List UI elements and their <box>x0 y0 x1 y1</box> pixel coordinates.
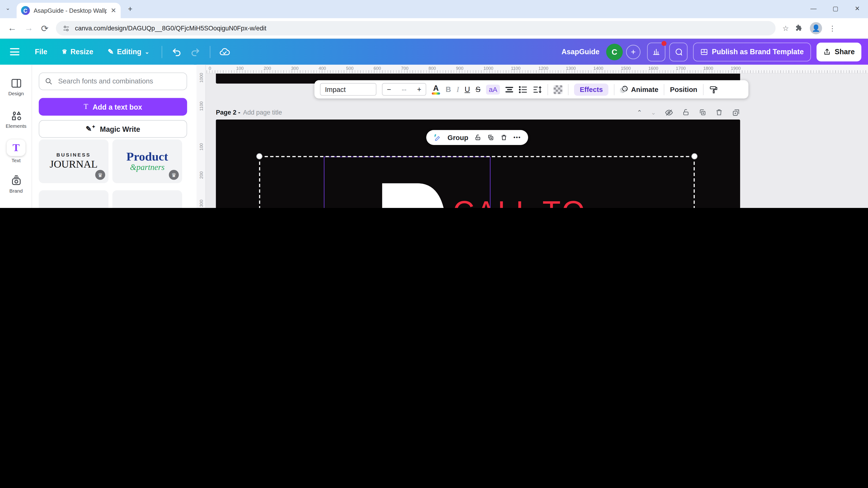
sidebar-item-uploads[interactable]: Uploads <box>0 207 32 208</box>
share-button[interactable]: Share <box>816 42 861 61</box>
italic-button[interactable]: I <box>457 85 459 94</box>
add-page-icon[interactable] <box>732 108 740 117</box>
magic-edit-icon[interactable] <box>434 133 441 142</box>
more-options-icon[interactable]: ••• <box>514 134 521 140</box>
position-button[interactable]: Position <box>670 86 698 93</box>
page-title-placeholder[interactable]: Add page title <box>243 109 282 116</box>
font-size-value[interactable]: -- <box>402 85 406 93</box>
new-tab-button[interactable]: + <box>128 4 132 13</box>
chevron-down-icon: ⌄ <box>145 49 150 55</box>
selection-handle-nw[interactable] <box>256 153 262 159</box>
file-menu[interactable]: File <box>35 47 48 56</box>
canva-header: File ♕Resize ✎Editing ⌄ AsapGuide C + Pu… <box>0 39 868 65</box>
delete-page-icon[interactable] <box>715 108 723 116</box>
canva-favicon-icon: C <box>21 6 30 15</box>
strikethrough-button[interactable]: S <box>475 85 480 93</box>
selection-handle-ne[interactable] <box>691 153 698 159</box>
redo-button[interactable] <box>190 47 200 56</box>
ruler-top: 0100200300400500600700800900100011001200… <box>196 65 868 74</box>
selection-marquee <box>259 156 695 208</box>
animate-button[interactable]: Animate <box>620 85 658 93</box>
tab-close-icon[interactable]: ✕ <box>111 7 116 14</box>
design-icon <box>10 77 22 89</box>
profile-avatar[interactable]: 👤 <box>810 22 822 34</box>
extensions-icon[interactable] <box>796 24 803 32</box>
font-size-stepper[interactable]: − -- + <box>382 83 426 96</box>
window-close-button[interactable]: ✕ <box>855 5 860 12</box>
group-button[interactable]: Group <box>447 134 468 141</box>
comments-button[interactable] <box>669 42 687 61</box>
list-button[interactable] <box>519 86 528 93</box>
decrease-size-button[interactable]: − <box>387 85 391 93</box>
sidebar-item-text[interactable]: T Text <box>0 139 32 163</box>
window-minimize-button[interactable]: — <box>810 5 816 11</box>
browser-tab[interactable]: C AsapGuide - Desktop Wallpape ✕ <box>17 3 121 19</box>
duplicate-icon[interactable] <box>487 134 494 141</box>
move-page-down-button[interactable]: ⌄ <box>651 109 656 116</box>
add-member-button[interactable]: + <box>626 44 640 59</box>
duplicate-page-icon[interactable] <box>699 108 706 116</box>
tab-title: AsapGuide - Desktop Wallpape <box>33 7 106 14</box>
hide-page-icon[interactable] <box>665 108 673 117</box>
underline-button[interactable]: U <box>465 85 470 93</box>
publish-brand-template-button[interactable]: Publish as Brand Template <box>693 42 811 61</box>
pro-crown-icon: ♛ <box>95 170 105 180</box>
copy-style-roller-icon[interactable] <box>709 85 718 94</box>
text-panel: T Add a text box ✎✦ Magic Write BUSINESS… <box>32 65 194 208</box>
bold-button[interactable]: B <box>445 85 451 93</box>
pencil-icon: ✎ <box>107 47 114 56</box>
elements-icon <box>10 110 22 121</box>
search-box[interactable] <box>39 72 187 90</box>
undo-button[interactable] <box>172 47 181 56</box>
lock-icon[interactable] <box>474 134 481 141</box>
resize-menu[interactable]: ♕Resize <box>62 47 93 56</box>
cloud-save-status-icon <box>219 46 230 57</box>
editing-mode-menu[interactable]: ✎Editing ⌄ <box>107 47 149 56</box>
spacing-button[interactable] <box>533 86 542 93</box>
left-rail: Design Elements T Text Brand Uploads Dra… <box>0 65 32 208</box>
bookmark-star-icon[interactable]: ☆ <box>782 24 789 32</box>
increase-size-button[interactable]: + <box>417 85 421 93</box>
template-icon <box>700 48 708 56</box>
url-bar[interactable]: canva.com/design/DAGUQp__8G0/QFjcMiH5SOo… <box>56 21 776 35</box>
group-toolbar: Group ••• <box>426 130 528 145</box>
sidebar-item-brand[interactable]: Brand <box>0 174 32 194</box>
text-add-icon: T <box>84 102 88 111</box>
sidebar-item-elements[interactable]: Elements <box>0 110 32 129</box>
template-global-solutions[interactable]: Global Solutions ♛ <box>39 190 108 208</box>
search-input[interactable] <box>57 77 173 86</box>
page-label: Page 2 - <box>216 109 240 116</box>
text-color-button[interactable]: A <box>432 84 440 95</box>
move-page-up-button[interactable]: ⌃ <box>637 109 642 116</box>
transparency-button[interactable] <box>554 85 563 94</box>
magic-write-button[interactable]: ✎✦ Magic Write <box>39 120 187 138</box>
window-maximize-button[interactable]: ▢ <box>833 5 838 12</box>
text-case-button[interactable]: aA <box>486 85 500 94</box>
account-avatar[interactable]: C <box>606 43 623 60</box>
font-selector[interactable]: Impact <box>320 83 376 96</box>
home-menu-icon[interactable] <box>10 48 19 55</box>
back-icon[interactable]: ← <box>8 23 17 33</box>
forward-icon[interactable]: → <box>24 23 33 33</box>
uploads-icon <box>10 207 22 208</box>
bar-chart-icon <box>652 47 660 56</box>
site-settings-icon[interactable] <box>63 25 70 32</box>
add-text-box-button[interactable]: T Add a text box <box>39 98 187 116</box>
browser-menu-icon[interactable]: ⋮ <box>829 24 836 32</box>
sidebar-item-design[interactable]: Design <box>0 77 32 96</box>
page-header: Page 2 - Add page title ⌃ ⌄ <box>216 107 740 118</box>
reload-icon[interactable]: ⟳ <box>41 23 49 33</box>
magic-pencil-icon: ✎✦ <box>86 125 95 133</box>
alignment-button[interactable] <box>505 86 513 93</box>
team-name: AsapGuide <box>562 47 599 56</box>
template-product-partners[interactable]: Product &partners ♛ <box>112 139 182 183</box>
url-text: canva.com/design/DAGUQp__8G0/QFjcMiH5SOo… <box>75 25 267 32</box>
brand-icon <box>10 174 22 186</box>
insights-button[interactable] <box>647 42 665 61</box>
delete-icon[interactable] <box>500 134 507 141</box>
lock-page-icon[interactable] <box>682 108 690 116</box>
tab-search-chevron-icon[interactable]: ⌄ <box>5 5 10 11</box>
effects-button[interactable]: Effects <box>574 83 609 96</box>
template-new-menu[interactable]: new MENU for foodies ♛ <box>112 190 182 208</box>
template-business-journal[interactable]: BUSINESS JOURNAL ♛ <box>39 139 108 183</box>
